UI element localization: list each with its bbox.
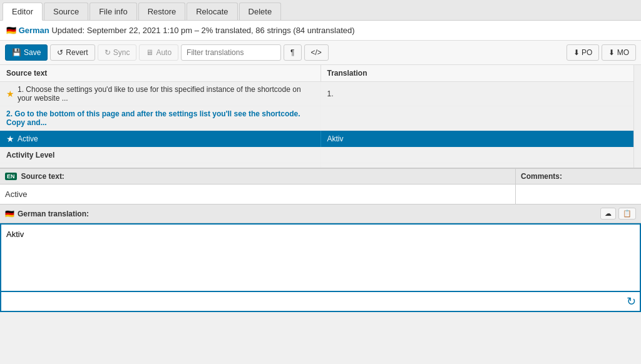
tab-delete[interactable]: Delete xyxy=(239,3,282,20)
mo-download-button[interactable]: ⬇ MO xyxy=(602,44,636,61)
tab-fileinfo[interactable]: File info xyxy=(90,3,137,20)
source-text: 1. Choose the settings you'd like to use… xyxy=(18,85,314,103)
refresh-icon[interactable]: ↻ xyxy=(627,295,636,308)
col-translation-header: Translation xyxy=(321,65,642,81)
table-row[interactable]: 2. Go to the bottom of this page and aft… xyxy=(0,106,641,131)
source-text: Active xyxy=(18,134,38,143)
translation-table: Source text Translation ★ 1. Choose the … xyxy=(0,65,641,168)
toolbar: 💾 Save ↺ Revert ↻ Sync 🖥 Auto ¶ </> ⬇ PO… xyxy=(0,41,641,65)
source-cell: Activity level: %s xyxy=(0,163,321,168)
tab-source[interactable]: Source xyxy=(44,3,88,20)
language-name: German xyxy=(19,26,49,35)
col-source-header: Source text xyxy=(0,65,321,81)
source-text: Activity level: %s xyxy=(6,166,68,168)
sync-button[interactable]: ↻ Sync xyxy=(98,44,137,61)
tab-restore[interactable]: Restore xyxy=(138,3,186,20)
de-flag: 🇩🇪 xyxy=(6,26,16,35)
tab-editor[interactable]: Editor xyxy=(3,3,43,21)
table-row[interactable]: Activity level: %s xyxy=(0,163,641,168)
table-row-active[interactable]: ★ Active Aktiv xyxy=(0,131,641,148)
comments-panel-content xyxy=(516,185,641,204)
comments-area: Comments: xyxy=(516,169,641,204)
translation-panel-label: 🇩🇪 German translation: ☁ 📋 xyxy=(0,205,641,223)
table-header: Source text Translation xyxy=(0,65,641,82)
source-area: EN Source text: Active xyxy=(0,169,516,204)
auto-icon: 🖥 xyxy=(146,48,153,57)
upload-button[interactable]: ☁ xyxy=(600,208,616,220)
tab-relocate[interactable]: Relocate xyxy=(187,3,237,20)
app-container: Editor Source File info Restore Relocate… xyxy=(0,0,641,364)
source-panel-label: EN Source text: xyxy=(0,169,515,185)
comments-panel-label: Comments: xyxy=(516,169,641,185)
translation-section: 🇩🇪 German translation: ☁ 📋 Aktiv ↻ xyxy=(0,204,641,312)
de-flag-translation: 🇩🇪 xyxy=(5,210,14,218)
filter-input[interactable] xyxy=(181,44,281,61)
source-cell: 2. Go to the bottom of this page and aft… xyxy=(0,106,321,130)
translation-cell xyxy=(321,163,642,168)
textarea-footer: ↻ xyxy=(0,292,641,312)
revert-icon: ↺ xyxy=(57,48,63,57)
source-cell: ★ Active xyxy=(0,131,321,147)
revert-button[interactable]: ↺ Revert xyxy=(50,44,95,61)
bottom-panel: EN Source text: Active Comments: 🇩🇪 Germ… xyxy=(0,168,641,312)
table-row[interactable]: Activity Level xyxy=(0,148,641,163)
table-row[interactable]: ★ 1. Choose the settings you'd like to u… xyxy=(0,82,641,106)
scrollbar[interactable] xyxy=(633,65,641,168)
source-cell: ★ 1. Choose the settings you'd like to u… xyxy=(0,82,321,106)
save-icon: 💾 xyxy=(12,48,21,57)
source-text: Activity Level xyxy=(6,151,54,159)
pilcrow-button[interactable]: ¶ xyxy=(284,44,301,61)
translation-cell xyxy=(321,148,642,163)
save-button[interactable]: 💾 Save xyxy=(5,44,48,61)
tab-bar: Editor Source File info Restore Relocate… xyxy=(0,0,641,21)
translation-text: Aktiv xyxy=(327,134,344,143)
copy-button[interactable]: 📋 xyxy=(618,208,636,220)
updated-text: Updated: September 22, 2021 1:10 pm – 2%… xyxy=(51,26,354,35)
code-button[interactable]: </> xyxy=(304,44,329,61)
source-text-link: 2. Go to the bottom of this page and aft… xyxy=(6,109,314,127)
translation-cell xyxy=(321,106,642,130)
translation-label-actions: ☁ 📋 xyxy=(600,208,636,220)
translation-textarea[interactable]: Aktiv xyxy=(0,223,641,292)
star-icon: ★ xyxy=(6,89,14,99)
auto-button[interactable]: 🖥 Auto xyxy=(139,44,178,61)
star-icon: ★ xyxy=(6,134,14,144)
source-cell: Activity Level xyxy=(0,148,321,163)
source-panel-content: Active xyxy=(0,185,515,204)
bottom-inner: EN Source text: Active Comments: xyxy=(0,169,641,204)
po-download-button[interactable]: ⬇ PO xyxy=(567,44,600,61)
translation-cell: Aktiv xyxy=(321,131,642,147)
toolbar-right: ⬇ PO ⬇ MO xyxy=(567,44,636,61)
en-flag: EN xyxy=(5,173,17,180)
translation-text: 1. xyxy=(327,89,334,98)
translation-cell: 1. xyxy=(321,82,642,106)
language-bar: 🇩🇪 German Updated: September 22, 2021 1:… xyxy=(0,21,641,41)
sync-icon: ↻ xyxy=(105,48,111,57)
